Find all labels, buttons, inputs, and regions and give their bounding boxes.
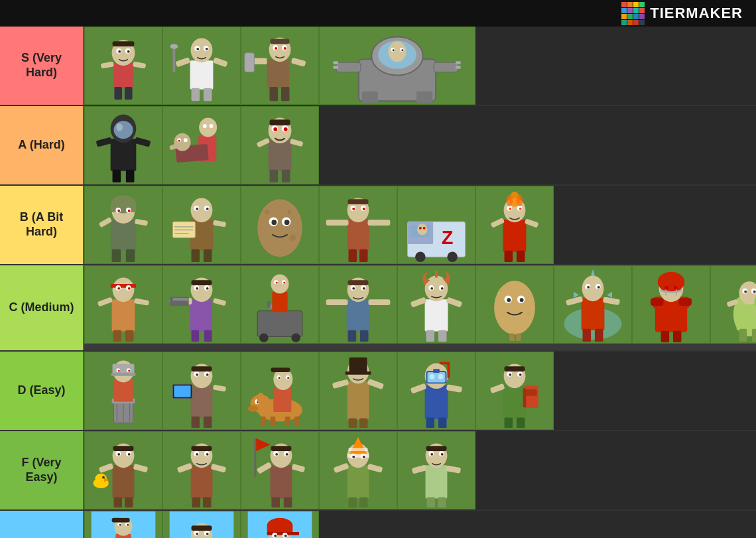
svg-rect-88 [111, 220, 137, 250]
svg-rect-112 [192, 249, 200, 262]
svg-rect-37 [271, 38, 290, 44]
svg-point-223 [507, 298, 511, 302]
svg-rect-318 [285, 417, 290, 427]
svg-rect-170 [125, 330, 134, 342]
zombie-cell: Z [397, 186, 475, 264]
svg-point-415 [352, 456, 355, 458]
svg-rect-51 [333, 66, 338, 69]
svg-rect-162 [111, 284, 137, 288]
svg-point-122 [288, 210, 292, 214]
svg-rect-33 [245, 53, 255, 72]
svg-rect-317 [271, 417, 276, 427]
empty-section [554, 186, 756, 264]
svg-point-387 [196, 453, 198, 456]
svg-point-44 [388, 41, 406, 62]
svg-rect-381 [113, 446, 134, 451]
svg-rect-271 [739, 329, 747, 342]
svg-rect-133 [359, 249, 368, 262]
svg-rect-205 [348, 330, 357, 342]
svg-point-455 [196, 533, 198, 535]
svg-rect-13 [190, 60, 214, 90]
svg-rect-288 [114, 379, 133, 402]
svg-point-72 [184, 138, 188, 142]
svg-rect-207 [348, 280, 369, 285]
svg-rect-9 [114, 87, 122, 100]
svg-point-295 [128, 370, 130, 372]
svg-point-161 [113, 277, 135, 302]
tier-row-c: C (Medium) [0, 265, 756, 352]
zombie-cell [632, 265, 710, 344]
tier-row-a: A (Hard) [0, 106, 756, 186]
tier-label-f: F (Very Easy) [0, 431, 83, 509]
zombie-cell [710, 265, 756, 344]
header: TiERMAKER [0, 0, 756, 27]
svg-point-400 [286, 453, 288, 456]
svg-point-81 [284, 127, 288, 131]
svg-rect-76 [269, 140, 292, 170]
svg-point-399 [275, 453, 278, 456]
page-wrapper: TiERMAKER S (Very Hard) [0, 0, 756, 538]
svg-rect-334 [349, 358, 367, 373]
svg-rect-411 [347, 454, 369, 458]
svg-rect-338 [349, 419, 357, 429]
svg-rect-182 [192, 330, 200, 342]
tier-content-c [83, 265, 756, 350]
svg-rect-380 [125, 498, 133, 507]
zombie-cell [84, 186, 162, 264]
zombie-cell [241, 511, 319, 538]
svg-point-58 [114, 121, 133, 139]
svg-point-202 [363, 287, 365, 290]
svg-point-269 [753, 291, 756, 293]
zombie-cell [475, 352, 554, 430]
zombie-cell [397, 265, 475, 344]
svg-rect-204 [368, 299, 390, 305]
svg-rect-326 [271, 368, 290, 372]
svg-rect-227 [509, 334, 515, 342]
svg-point-18 [206, 48, 208, 50]
svg-point-255 [674, 286, 678, 290]
svg-point-225 [499, 289, 503, 293]
svg-point-416 [363, 456, 365, 458]
svg-point-213 [430, 287, 433, 290]
svg-point-31 [284, 47, 286, 50]
svg-rect-431 [438, 498, 446, 507]
zombie-cell [475, 265, 554, 344]
tier-content-f [83, 431, 756, 509]
svg-rect-361 [525, 389, 536, 396]
svg-rect-346 [440, 362, 448, 365]
svg-rect-218 [438, 330, 447, 342]
svg-point-294 [118, 370, 120, 372]
svg-point-226 [526, 312, 531, 317]
svg-rect-26 [267, 59, 290, 88]
svg-point-128 [352, 208, 355, 210]
svg-rect-172 [190, 299, 212, 331]
empty-section [554, 352, 756, 430]
svg-point-235 [587, 286, 590, 289]
tier-row-b: B (A Bit Hard) [0, 186, 756, 265]
svg-point-191 [271, 275, 288, 294]
svg-rect-243 [595, 329, 603, 342]
svg-rect-392 [203, 498, 212, 507]
svg-rect-85 [282, 170, 290, 182]
svg-rect-408 [347, 465, 369, 498]
svg-point-177 [206, 287, 209, 290]
zombie-cell [241, 352, 319, 430]
svg-point-165 [117, 287, 120, 290]
zombie-cell [319, 265, 397, 344]
svg-rect-365 [517, 418, 525, 428]
svg-rect-99 [126, 249, 135, 262]
empty-section [475, 27, 756, 105]
svg-rect-419 [349, 498, 357, 507]
svg-rect-49 [336, 62, 361, 72]
svg-rect-290 [113, 364, 135, 373]
svg-point-129 [363, 208, 365, 210]
zombie-cell [162, 186, 241, 264]
tier-row-s: S (Very Hard) [0, 27, 756, 106]
svg-rect-351 [426, 418, 435, 428]
svg-rect-184 [192, 280, 212, 285]
svg-point-474 [274, 535, 277, 537]
svg-rect-197 [347, 299, 370, 331]
svg-rect-21 [192, 88, 200, 101]
svg-rect-320 [273, 387, 291, 412]
zombie-cell [319, 27, 475, 105]
